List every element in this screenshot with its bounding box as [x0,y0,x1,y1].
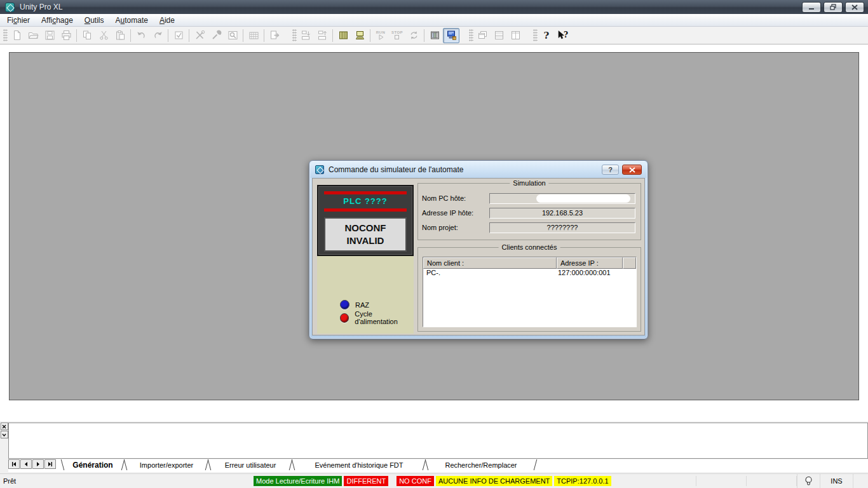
screen: Unity Pro XL Fichier Affichage Outils Au… [0,0,868,488]
paste-button [112,28,128,43]
close-button[interactable] [845,2,864,13]
help-button[interactable]: ? [538,28,555,43]
restore-button[interactable] [824,2,843,13]
output-pin-button[interactable] [1,431,8,438]
svg-text:?: ? [564,30,568,39]
redo-icon [153,30,163,41]
host-ip-field: 192.168.5.23 [489,208,635,219]
wrench-button [208,28,224,43]
plc-status-text: PLC ???? [318,194,412,208]
open-button [25,28,41,43]
column-header-client[interactable]: Nom client : [423,257,557,269]
tile-horizontal-button [491,28,507,43]
project-name-label: Nom projet: [422,224,489,231]
save-button [41,28,58,43]
rack-viewer-icon [430,30,440,41]
project-name-field: ???????? [489,222,635,233]
tab-evenement-historique-fdt[interactable]: Evénement d'historique FDT [297,459,421,470]
menu-automate[interactable]: Automate [110,15,154,26]
simulation-mode-button[interactable] [443,28,459,43]
dialog-close-button[interactable] [622,165,642,175]
cut-button [95,28,112,43]
status-badge-tcpip: TCPIP:127.0.0.1 [554,476,611,486]
stop-button: STOP [389,28,405,43]
table-row[interactable]: PC-. 127:000:000:001 [423,269,636,279]
plc-rack-button[interactable] [335,28,351,43]
transfer-from-plc-button [314,28,330,43]
transfer-to-plc-button [297,28,314,43]
output-close-button[interactable] [1,423,8,430]
copy-icon [82,30,93,41]
save-icon [44,30,55,41]
output-panel: Génération Importer/exporter Erreur util… [0,421,868,473]
context-help-button[interactable]: ? [555,28,571,43]
status-ins: INS [820,474,853,488]
app-titlebar: Unity Pro XL [0,0,868,14]
close-icon [629,167,635,173]
minimize-button[interactable] [802,2,821,13]
tab-divider [288,459,297,470]
validate-button [170,28,187,43]
tab-scroll-next-button[interactable] [32,459,44,469]
context-help-icon: ? [557,30,569,41]
new-file-button [8,28,25,43]
paste-icon [115,30,126,41]
app-icon [5,3,15,12]
tab-scroll-prev-button[interactable] [20,459,32,469]
power-cycle-button[interactable] [340,313,349,323]
menu-affichage[interactable]: Affichage [36,15,79,26]
simulation-group: Simulation Nom PC hôte: Adresse IP hôte:… [417,183,641,240]
close-icon [851,4,858,10]
rack-viewer-button[interactable] [426,28,443,43]
column-header-ip[interactable]: Adresse IP : [557,257,623,269]
simulation-mode-icon [446,30,457,41]
toolbar-grip[interactable] [533,29,538,42]
menu-outils[interactable]: Outils [79,15,110,26]
print-icon [61,30,72,41]
export-button [266,28,283,43]
tab-generation[interactable]: Génération [65,459,120,470]
clients-table: Nom client : Adresse IP : PC-. 127:000:0… [423,257,637,327]
dialog-titlebar[interactable]: Commande du simulateur de l'automate ? [310,161,647,178]
dialog-help-button[interactable]: ? [602,165,619,175]
transfer-from-plc-icon [317,30,328,41]
tab-erreur-utilisateur[interactable]: Erreur utilisateur [213,459,288,470]
clients-group: Clients connectés Nom client : Adresse I… [417,247,641,332]
toolbar-grip[interactable] [292,29,297,42]
output-content[interactable] [8,423,868,459]
output-panel-strip [0,423,8,471]
menu-aide[interactable]: Aide [154,15,180,26]
help-icon: ? [544,30,550,41]
plc-rack-icon [338,30,349,41]
output-tabbar: Génération Importer/exporter Erreur util… [8,459,868,472]
clients-group-title: Clients connectés [499,243,560,251]
dialog-icon [315,165,324,174]
restore-icon [830,4,837,10]
analyze-window-icon [227,30,238,41]
toolbar-grip[interactable] [469,29,473,42]
status-end-panel [853,474,868,488]
tab-divider [421,459,430,470]
tab-rechercher-remplacer[interactable]: Rechercher/Remplacer [430,459,532,470]
terminal-button[interactable] [351,28,368,43]
raz-label: RAZ [355,301,369,309]
statusbar: Prêt Mode Lecture/Ecriture IHM DIFFERENT… [0,473,868,488]
tile-horizontal-icon [494,30,505,41]
print-button [58,28,74,43]
host-ip-label: Adresse IP hôte: [422,209,489,217]
new-file-icon [11,30,22,41]
terminal-icon [355,30,365,41]
menu-fichier[interactable]: Fichier [1,15,36,26]
minimize-icon [808,4,815,10]
redaction-blob [536,194,630,203]
undo-icon [136,30,147,41]
status-badge-mode: Mode Lecture/Ecriture IHM [254,476,342,486]
raz-button[interactable] [340,300,349,309]
toolbar-grip[interactable] [3,29,8,42]
tab-importer-exporter[interactable]: Importer/exporter [129,459,204,470]
tab-scroll-last-button[interactable] [44,459,56,469]
host-pc-field [489,193,635,204]
client-name-cell: PC-. [423,269,557,279]
plc-lcd-line2: INVALID [347,234,384,247]
tab-scroll-first-button[interactable] [8,459,20,469]
